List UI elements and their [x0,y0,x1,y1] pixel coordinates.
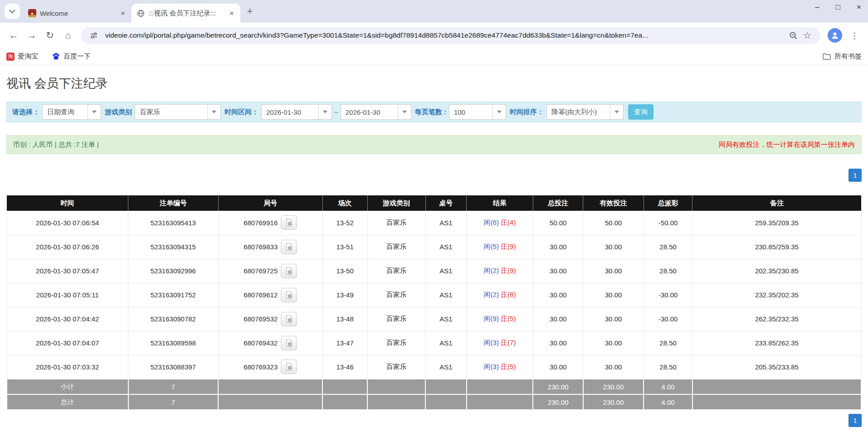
footer-cell [322,379,367,394]
cell-table_no: AS1 [425,355,466,379]
video-replay-button[interactable] [281,312,297,326]
cell-table_no: AS1 [425,259,466,283]
video-replay-button[interactable] [281,215,297,230]
new-tab-button[interactable]: + [243,5,257,18]
cell-total_bet[interactable]: 30.00 [533,235,583,259]
window-close-button[interactable]: × [854,3,863,12]
date-to-select[interactable]: 2026-01-30 [341,104,411,120]
column-header: 时间 [7,195,128,211]
game-type-select[interactable]: 百家乐 [135,104,221,120]
window-minimize-button[interactable]: – [813,3,822,12]
bookmark-baidu[interactable]: 百度一下 [52,52,91,61]
cell-result: 闲(3) 庄(7) [467,331,533,355]
footer-cell [692,394,861,410]
zoom-icon[interactable] [786,31,800,40]
filter-label: 时间区间： [224,108,258,116]
all-bookmarks-button[interactable]: 所有书签 [823,52,862,61]
cell-round_id: 680769532 [218,307,322,331]
bookmark-taobao[interactable]: 淘 爱淘宝 [6,52,38,61]
table-row: 2026-01-30 07:04:07523163089598680769432… [7,331,861,355]
date-from-select[interactable]: 2026-01-30 [261,104,332,120]
cell-time: 2026-01-30 07:06:54 [7,211,128,235]
bookmark-star-icon[interactable]: ☆ [800,30,814,41]
page-content: 视讯 会员下注纪录 请选择： 日期查询 游戏类别 百家乐 时间区间： 2026-… [0,75,868,427]
cell-bet_id: 523163090782 [128,307,219,331]
reload-button[interactable]: ↻ [41,26,59,44]
video-replay-button[interactable] [281,336,297,350]
per-page-select[interactable]: 100 [449,104,506,120]
site-settings-icon[interactable] [87,31,101,39]
video-replay-icon [284,315,293,324]
profile-avatar[interactable] [828,28,842,43]
query-type-select[interactable]: 日期查询 [42,104,101,120]
cell-total_bet[interactable]: 30.00 [533,307,583,331]
url-text[interactable]: videoie.com/ipl/portal.php/game/betrecor… [105,31,782,39]
browser-tab-welcome[interactable]: ♠ Welcome × [23,4,132,23]
column-header: 备注 [692,195,861,211]
cell-note: 233.85/262.35 [692,331,861,355]
footer-cell [322,394,367,410]
back-button[interactable]: ← [5,26,23,44]
currency-summary: 币别 : 人民币 | 总共 :7 注单 | [13,141,99,149]
bookmarks-bar: 淘 爱淘宝 百度一下 所有书签 [0,48,868,65]
cell-payout: -30.00 [644,283,692,307]
cell-session: 13-46 [322,355,367,379]
table-header-row: 时间注单编号局号场次游戏类别桌号结果总投注有效投注总派彩备注 [7,195,861,211]
cell-payout: 28.50 [644,259,692,283]
cell-result: 闲(3) 庄(5) [467,355,533,379]
tab-close-icon[interactable]: × [228,9,236,18]
result-player: 闲(3) [484,339,499,346]
cell-total_bet[interactable]: 30.00 [533,331,583,355]
footer-cell: 4.00 [644,394,692,410]
cell-game_type: 百家乐 [367,211,425,235]
video-replay-button[interactable] [281,264,297,278]
result-player: 闲(2) [484,267,499,274]
browser-tab-betrecord[interactable]: :::视讯 会员下注纪录::: × [132,4,240,23]
chevron-down-icon [610,105,623,119]
result-player: 闲(5) [484,243,499,250]
round-number: 680769323 [244,363,278,371]
result-banker: 庄(4) [501,218,516,226]
taobao-icon: 淘 [6,53,15,61]
pagination-page-1[interactable]: 1 [848,169,862,182]
cell-time: 2026-01-30 07:04:42 [7,307,128,331]
home-button[interactable]: ⌂ [59,26,77,44]
cell-total_bet[interactable]: 30.00 [533,355,583,379]
bookmark-label: 爱淘宝 [18,52,38,61]
tab-close-icon[interactable]: × [119,9,127,18]
folder-icon [823,53,831,60]
column-header: 注单编号 [128,195,219,211]
sort-order-select[interactable]: 降幂(由大到小) [546,104,624,120]
cell-table_no: AS1 [425,283,466,307]
cell-time: 2026-01-30 07:03:32 [7,355,128,379]
cell-note: 230.85/259.35 [692,235,861,259]
window-maximize-button[interactable]: □ [834,3,843,12]
video-replay-button[interactable] [281,359,297,374]
video-replay-button[interactable] [281,288,297,302]
address-bar[interactable]: videoie.com/ipl/portal.php/game/betrecor… [81,27,820,44]
footer-cell [467,394,533,410]
browser-menu-icon[interactable]: ⋮ [846,30,863,41]
cell-result: 闲(5) 庄(9) [467,235,533,259]
forward-button[interactable]: → [23,26,41,44]
cell-total_bet[interactable]: 30.00 [533,283,583,307]
tab-search-button[interactable] [5,4,20,19]
cell-session: 13-51 [322,235,367,259]
cell-total_bet[interactable]: 50.00 [533,211,583,235]
cell-table_no: AS1 [425,211,466,235]
cell-note: 202.35/230.85 [692,259,861,283]
video-replay-button[interactable] [281,240,297,254]
search-button[interactable]: 查询 [628,104,653,120]
result-banker: 庄(7) [501,339,516,346]
column-header: 游戏类别 [367,195,425,211]
cell-session: 13-50 [322,259,367,283]
cell-time: 2026-01-30 07:04:07 [7,331,128,355]
cell-total_bet[interactable]: 30.00 [533,259,583,283]
person-icon [830,31,839,40]
table-row: 2026-01-30 07:06:54523163095413680769916… [7,211,861,235]
result-player: 闲(2) [484,291,499,298]
pagination-page-1[interactable]: 1 [848,414,862,427]
footer-cell [367,379,425,394]
bet-records-table: 时间注单编号局号场次游戏类别桌号结果总投注有效投注总派彩备注 2026-01-3… [6,195,862,410]
cell-game_type: 百家乐 [367,259,425,283]
